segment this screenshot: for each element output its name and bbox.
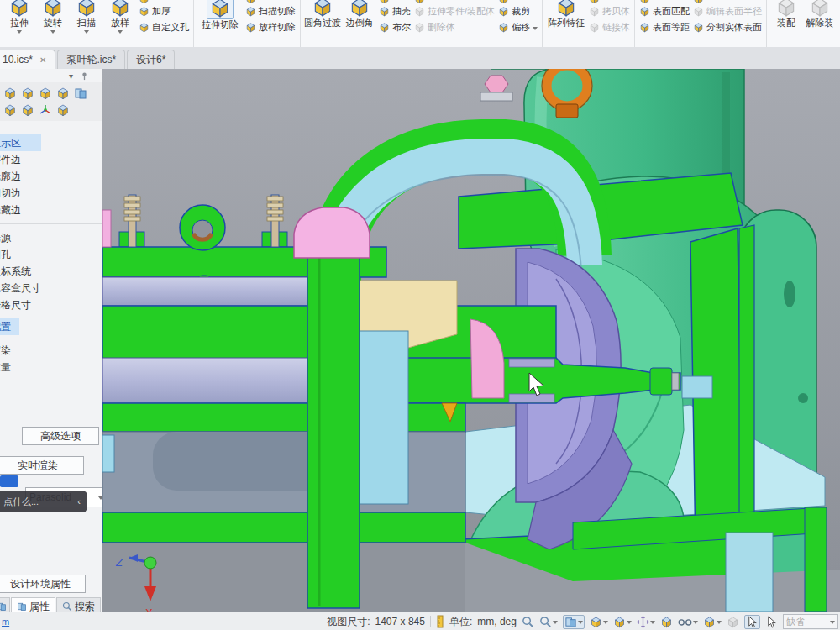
render-mode-button[interactable] [660,616,673,628]
assemble-icon [775,0,797,18]
extrude-cut-label: 拉伸切除 [202,19,239,30]
shell-button[interactable]: 抽壳 [379,3,411,19]
fillet-button[interactable]: 圆角过渡 [303,0,342,29]
move-view-button[interactable] [637,616,655,628]
eyebolt-collar [556,104,578,118]
sweep-button[interactable]: 扫描 [70,0,103,34]
filter-preset-select[interactable]: 缺省 [783,614,838,629]
list-item-render[interactable]: 渲染 [0,342,102,359]
camera-icon[interactable] [3,87,17,100]
tab-properties[interactable]: 属性 [11,597,55,612]
surface-offset-button[interactable]: 表面等距 [639,19,690,35]
tab-pump-impeller[interactable]: 泵叶轮.ics* [57,50,125,69]
pump-section-model: Z X [102,69,840,612]
ribbon-toolbar: 拉伸 旋转 扫描 放样 加厚 自定义孔 [0,0,840,48]
delete-body-icon [414,22,425,33]
material-icon[interactable] [21,87,34,100]
orient-cube-button[interactable] [590,616,608,628]
list-item-tangent-edges[interactable]: 相切边 [0,185,102,202]
trim-button[interactable]: 裁剪 [498,3,538,19]
list-item-grid-size[interactable]: 栅格尺寸 [0,297,102,313]
parts-icon[interactable] [21,103,34,117]
advanced-options-button[interactable]: 高级选项 [22,427,99,445]
medal-icon[interactable] [39,87,52,100]
design-environment-properties-button[interactable]: 设计环境属性 [0,575,86,593]
pan-view-button[interactable] [563,615,585,629]
tab-structure[interactable] [0,597,10,612]
custom-hole-label: 自定义孔 [152,21,189,34]
unit-value: mm, deg [477,616,517,627]
box-icon[interactable] [56,103,70,117]
zoom-in-button[interactable] [522,616,534,628]
tab-design6-label: 设计6* [136,53,165,67]
overlay-tooltip[interactable]: 点什么... ‹ [0,491,87,512]
list-item-config[interactable]: 配置 [0,318,19,335]
unit-label: 单位: [449,615,472,629]
shaft-sleeve [509,359,554,367]
zoom-window-button[interactable] [539,616,558,628]
display-cube-button[interactable] [703,616,722,628]
tab-design6[interactable]: 设计6* [127,50,175,69]
close-icon[interactable]: ✕ [39,55,46,65]
page-icon[interactable] [74,87,87,100]
surface-match-button[interactable]: 表面匹配 [639,3,690,19]
extrude-button[interactable]: 拉伸 [3,0,36,34]
thicken-button[interactable]: 加厚 [139,3,189,19]
list-item-outline-edges[interactable]: 轮廓边 [0,168,102,185]
pick-cursor-button[interactable] [765,616,778,628]
tab-10ics[interactable]: 10.ics* ✕ [0,50,55,69]
offset-button[interactable]: 偏移 [498,19,538,35]
list-item-holes[interactable]: 圆孔 [0,246,102,263]
list-item-part-edges[interactable]: 零件边 [0,151,102,168]
copy-body-icon [589,6,600,17]
axis-z-label: Z [115,556,123,569]
copy-body-label: 拷贝体 [602,5,630,18]
chevron-down-icon [533,27,538,30]
sweep-cut-button[interactable]: 扫描切除 [245,3,296,19]
extrude-icon [8,0,30,18]
loft-cut-button[interactable]: 放样切除 [245,19,296,35]
boolean-label: 布尔 [392,21,411,34]
offset-label: 偏移 [512,21,530,34]
selected-mini-item[interactable] [0,475,18,487]
boolean-button[interactable]: 布尔 [379,19,411,35]
revolve-button[interactable]: 旋转 [36,0,70,34]
list-item-coordinate-system[interactable]: 坐标系统 [0,263,102,280]
shaded-view-button[interactable] [613,616,632,628]
list-item-display-area[interactable]: 显示区 [0,134,41,151]
calculator-icon[interactable] [3,103,17,117]
chevron-down-icon[interactable]: ▾ [69,71,73,81]
pin-icon[interactable] [80,71,89,81]
list-item-hidden-edges[interactable]: 隐藏边 [0,202,102,218]
chevron-left-icon: ‹ [77,496,81,507]
list-item-quality[interactable]: 质量 [0,359,102,375]
axis-icon[interactable] [39,103,52,117]
viewport-3d[interactable]: Z X [102,69,840,612]
custom-hole-button[interactable]: 自定义孔 [139,19,189,35]
status-link[interactable]: m [2,617,9,627]
split-solid-surface-button[interactable]: 分割实体表面 [693,19,762,35]
pattern-feature-button[interactable]: 阵列特征 [545,0,587,29]
list-item-bounding-box-size[interactable]: 包容盒尺寸 [0,280,102,297]
select-cursor-button[interactable] [744,615,760,629]
chamfer-button[interactable]: 边倒角 [342,0,377,29]
ribbon-group-assembly: 装配 解除装 [767,0,839,47]
tab-search[interactable]: 搜索 [56,597,101,612]
split-solid-surface-label: 分割实体表面 [706,21,762,34]
tab-properties-label: 属性 [29,600,50,612]
edit-surface-radius-icon [693,6,704,17]
link-body-label: 链接体 [602,21,630,34]
delete-body-label: 删除体 [428,21,455,34]
realtime-render-button[interactable]: 实时渲染 [0,456,84,475]
surface-small-column-2: 编辑表面半径 分割实体表面 [691,0,764,35]
extrude-cut-button[interactable]: 拉伸切除 [197,0,244,30]
status-bar: m 视图尺寸: 1407 x 845 单位: mm, deg 缺省 任意 [0,612,840,630]
perspective-button[interactable] [678,617,698,627]
fillet-icon [312,0,333,18]
tab-pump-impeller-label: 泵叶轮.ics* [66,53,116,67]
extrude-part-label: 拉伸零件/装配体 [428,5,495,18]
loft-button[interactable]: 放样 [103,0,137,34]
edit-icon[interactable] [56,87,70,100]
sweep-cut-label: 扫描切除 [259,5,296,18]
list-item-lights[interactable]: 光源 [0,229,102,246]
